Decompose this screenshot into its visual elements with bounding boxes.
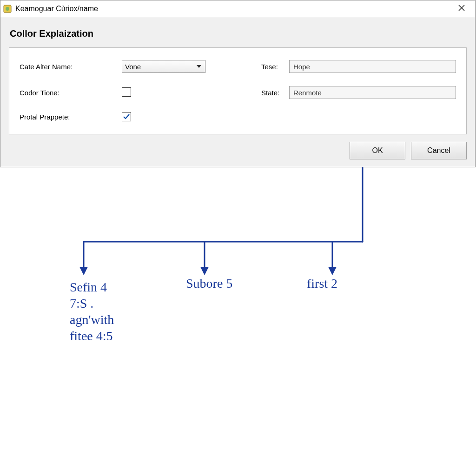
cancel-button[interactable]: Cancel xyxy=(411,142,467,159)
form-row-3: Protal Prappete: xyxy=(20,112,456,122)
state-value: Renmote xyxy=(293,89,322,97)
protal-prappete-label: Protal Prappete: xyxy=(20,113,122,121)
state-label: State: xyxy=(261,89,289,97)
protal-prappete-checkbox[interactable] xyxy=(122,112,131,121)
form-group: Cate Alter Name: Vone Tese: Hope Codor T… xyxy=(9,47,467,134)
state-input[interactable]: Renmote xyxy=(289,86,456,99)
form-row-2: Codor Tione: State: Renmote xyxy=(20,86,456,99)
svg-point-1 xyxy=(6,7,9,11)
window-title: Keamoguar Cùriox/name xyxy=(15,5,98,13)
titlebar: Keamoguar Cùriox/name xyxy=(0,0,475,17)
cate-alter-name-combo[interactable]: Vone xyxy=(122,60,205,73)
tese-input[interactable]: Hope xyxy=(289,60,456,73)
dialog-body: Collor Explaization Cate Alter Name: Von… xyxy=(0,17,475,167)
annotation-text-2: Subore 5 xyxy=(186,275,232,291)
form-row-1: Cate Alter Name: Vone Tese: Hope xyxy=(20,60,456,73)
cate-alter-name-value: Vone xyxy=(125,63,141,71)
section-heading: Collor Explaization xyxy=(10,28,467,39)
check-icon xyxy=(123,113,130,120)
close-icon xyxy=(458,3,465,14)
annotation-text-1: Sefin 4 7:S . agn'with fitee 4:5 xyxy=(70,279,114,344)
tese-value: Hope xyxy=(293,63,310,71)
annotation-text-3: first 2 xyxy=(307,275,337,291)
codor-tione-label: Codor Tione: xyxy=(20,89,122,97)
ok-button[interactable]: OK xyxy=(350,142,405,159)
dialog-window: Keamoguar Cùriox/name Collor Explaizatio… xyxy=(0,0,476,167)
close-button[interactable] xyxy=(453,2,470,15)
app-icon xyxy=(3,5,12,13)
chevron-down-icon xyxy=(197,65,201,68)
handwritten-annotation: Sefin 4 7:S . agn'with fitee 4:5 Subore … xyxy=(0,167,476,428)
tese-label: Tese: xyxy=(261,63,289,71)
codor-tione-checkbox[interactable] xyxy=(122,87,131,97)
cate-alter-name-label: Cate Alter Name: xyxy=(20,63,122,71)
button-row: OK Cancel xyxy=(9,142,467,159)
